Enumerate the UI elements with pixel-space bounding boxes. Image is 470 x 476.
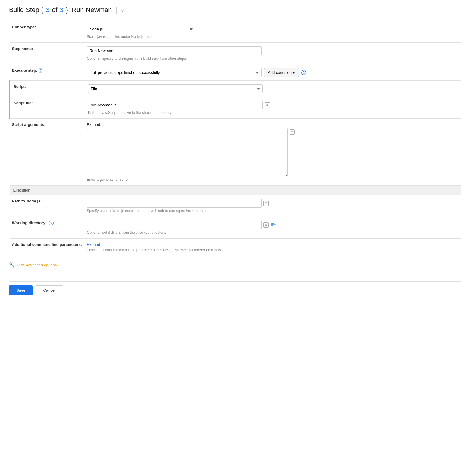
working-dir-input-row: ≡: [87, 221, 459, 229]
add-condition-arrow: ▾: [293, 70, 295, 75]
script-file-content: ≡ Path to JavaScript, relative to the ch…: [84, 97, 461, 119]
step-name-input[interactable]: Run Newman: [87, 46, 262, 55]
svg-rect-2: [274, 224, 276, 225]
runner-type-content: Node.js Starts javascript files under No…: [84, 21, 461, 43]
execute-step-controls: If all previous steps finished successfu…: [87, 68, 459, 77]
script-args-list-icon[interactable]: ≡: [290, 129, 295, 135]
additional-command-content: Expand Enter additional command line par…: [84, 239, 461, 256]
working-dir-help: Optional, set if differs from the checko…: [87, 230, 459, 235]
path-nodejs-row: Path to Node.js: ≡ Specify path to Node.…: [10, 195, 461, 217]
script-row: Script: File Code: [10, 81, 461, 97]
execution-section-header: Execution: [10, 186, 461, 195]
runner-type-select[interactable]: Node.js: [87, 25, 195, 33]
working-directory-content: ≡ Optional, set if differs fro: [84, 217, 461, 239]
additional-command-label: Additional command line parameters:: [10, 239, 85, 256]
execute-step-help-icon2[interactable]: ?: [301, 70, 306, 75]
script-args-wrapper: ≡: [87, 128, 295, 176]
script-arguments-label: Script arguments:: [10, 119, 85, 186]
script-file-row: Script file: ≡ Path to JavaScript, relat…: [10, 97, 461, 119]
execute-step-content: If all previous steps finished successfu…: [84, 64, 461, 81]
title-of: of: [52, 6, 57, 14]
execution-header-row: Execution: [10, 186, 461, 195]
working-dir-help-icon[interactable]: ?: [49, 221, 54, 225]
script-file-help: Path to JavaScript, relative to the chec…: [88, 111, 459, 115]
path-nodejs-label: Path to Node.js:: [10, 195, 85, 217]
path-nodejs-list-icon[interactable]: ≡: [263, 201, 269, 206]
path-nodejs-content: ≡ Specify path to Node.js executable. Le…: [84, 195, 461, 217]
add-condition-button[interactable]: Add condition ▾: [264, 68, 299, 77]
cancel-button[interactable]: Cancel: [36, 285, 63, 295]
step-name-label: Step name:: [10, 43, 85, 64]
script-arguments-row: Script arguments: Expand: ≡ Enter argume…: [10, 119, 461, 186]
path-nodejs-help: Specify path to Node.js executable. Leav…: [87, 209, 459, 213]
script-file-input-row: ≡: [88, 101, 459, 109]
page-title: Build Step (3 of 3): Run Newman | ▽: [9, 6, 461, 14]
svg-rect-0: [271, 223, 273, 224]
working-directory-input[interactable]: [87, 221, 262, 229]
step-name-content: Run Newman Optional, specify to distingu…: [84, 43, 461, 64]
additional-command-help: Enter additional command line parameters…: [87, 248, 459, 252]
step-name-help: Optional, specify to distinguish this bu…: [87, 56, 459, 61]
runner-type-row: Runner type: Node.js Starts javascript f…: [10, 21, 461, 43]
save-button[interactable]: Save: [9, 285, 33, 295]
title-divider: |: [115, 6, 117, 14]
step-name-row: Step name: Run Newman Optional, specify …: [10, 43, 461, 64]
execute-step-help-icon[interactable]: ?: [39, 68, 43, 73]
script-arguments-content: Expand: ≡ Enter arguments for script: [84, 119, 461, 186]
script-label: Script:: [10, 81, 85, 97]
add-condition-label: Add condition: [268, 70, 292, 75]
hide-advanced-options-link[interactable]: Hide advanced options: [17, 263, 57, 267]
working-dir-tree-icon[interactable]: [271, 222, 277, 228]
script-content: File Code: [84, 81, 461, 97]
execute-step-row: Execute step: ? If all previous steps fi…: [10, 64, 461, 81]
title-prefix: Build Step (: [9, 6, 43, 14]
path-nodejs-input[interactable]: [87, 199, 262, 208]
runner-type-help: Starts javascript files under Node.js ru…: [87, 35, 459, 39]
script-file-label: Script file:: [10, 97, 85, 119]
advanced-options-row: 🔧 Hide advanced options: [9, 262, 461, 268]
script-select[interactable]: File Code: [88, 84, 263, 93]
bottom-divider: [9, 274, 461, 274]
additional-command-expand[interactable]: Expand: [87, 242, 100, 247]
form-table: Runner type: Node.js Starts javascript f…: [9, 21, 461, 256]
additional-command-row: Additional command line parameters: Expa…: [10, 239, 461, 256]
svg-rect-1: [271, 224, 273, 226]
path-nodejs-input-row: ≡: [87, 199, 459, 208]
title-suffix: ): Run Newman: [66, 6, 112, 14]
execute-step-select[interactable]: If all previous steps finished successfu…: [87, 68, 262, 77]
working-dir-list-icon[interactable]: ≡: [263, 222, 269, 228]
title-dropdown-arrow[interactable]: ▽: [121, 8, 124, 12]
script-arguments-help: Enter arguments for script: [87, 177, 459, 182]
execute-step-label: Execute step: ?: [10, 64, 85, 81]
button-row: Save Cancel: [9, 281, 461, 295]
script-args-expand-label: Expand:: [87, 122, 459, 127]
runner-type-label: Runner type:: [10, 21, 85, 43]
step-current: 3: [46, 6, 49, 14]
wrench-icon: 🔧: [9, 262, 15, 268]
working-directory-label: Working directory: ?: [10, 217, 85, 239]
script-args-icon-row: ≡: [87, 128, 295, 176]
working-directory-row: Working directory: ? ≡: [10, 217, 461, 239]
script-file-list-icon[interactable]: ≡: [265, 102, 270, 108]
step-total: 3: [60, 6, 63, 14]
script-arguments-textarea[interactable]: [87, 128, 288, 176]
script-file-input[interactable]: [88, 101, 263, 109]
